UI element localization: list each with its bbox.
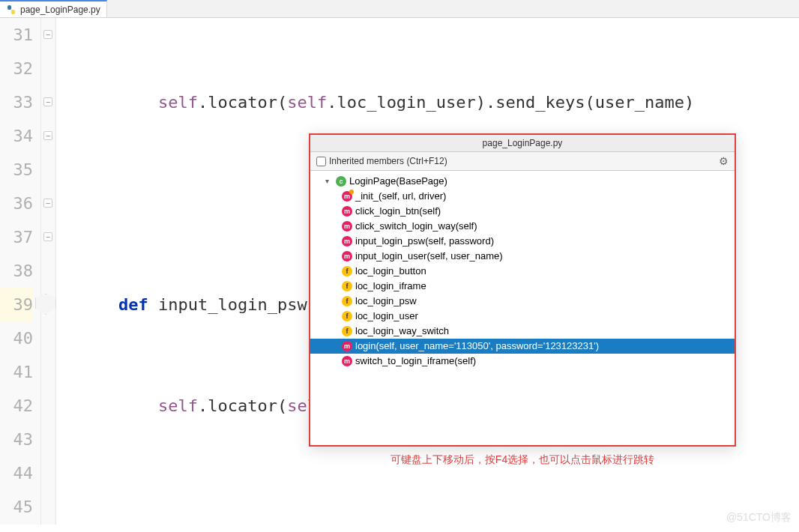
- tree-member-node[interactable]: floc_login_psw: [310, 294, 735, 309]
- field-icon: f: [342, 266, 352, 276]
- tree-node-label: loc_login_way_switch: [355, 324, 449, 339]
- line-number: 33: [0, 85, 33, 119]
- tree-member-node[interactable]: minput_login_psw(self, password): [310, 234, 735, 249]
- method-icon: m: [342, 191, 352, 202]
- line-number: 44: [0, 456, 33, 490]
- line-number: 37: [0, 220, 33, 254]
- fold-marker-icon[interactable]: [43, 97, 52, 106]
- tree-member-node[interactable]: mclick_switch_login_way(self): [310, 219, 735, 234]
- class-icon: c: [336, 176, 346, 187]
- popup-title: page_LoginPage.py: [310, 135, 735, 152]
- fold-marker-icon[interactable]: [43, 199, 52, 208]
- tree-node-label: loc_login_button: [355, 264, 426, 279]
- tree-node-label: _init_(self, url, driver): [355, 189, 446, 204]
- field-icon: f: [342, 326, 352, 336]
- fold-marker-icon[interactable]: [43, 30, 52, 39]
- line-number: 35: [0, 153, 33, 187]
- fold-marker-icon[interactable]: [43, 232, 52, 241]
- tree-node-label: switch_to_login_iframe(self): [355, 354, 476, 369]
- tab-filename: page_LoginPage.py: [20, 4, 100, 15]
- file-structure-popup[interactable]: page_LoginPage.py Inherited members (Ctr…: [309, 133, 736, 447]
- line-number: 31: [0, 18, 33, 52]
- line-number: 42: [0, 389, 33, 423]
- line-number: 45: [0, 490, 33, 524]
- line-number: 34: [0, 119, 33, 153]
- tab-bar: page_LoginPage.py: [0, 0, 799, 18]
- popup-toolbar: Inherited members (Ctrl+F12) ⚙: [310, 152, 735, 171]
- field-icon: f: [342, 281, 352, 291]
- method-icon: m: [342, 251, 352, 262]
- tree-node-label: input_login_user(self, user_name): [355, 249, 503, 264]
- tree-member-node[interactable]: floc_login_user: [310, 309, 735, 324]
- svg-rect-0: [7, 5, 11, 10]
- tree-node-label: loc_login_user: [355, 309, 418, 324]
- line-number-gutter: 31 32 33 34 35 36 37 38 39 40 41 42 43 4…: [0, 18, 41, 525]
- tree-member-node[interactable]: mclick_login_btn(self): [310, 204, 735, 219]
- line-number: 43: [0, 423, 33, 456]
- tree-node-label: login(self, user_name='113050', password…: [355, 339, 599, 354]
- structure-tree: ▾ c LoginPage(BasePage) m_init_(self, ur…: [310, 171, 735, 372]
- tree-node-label: click_login_btn(self): [355, 204, 441, 219]
- method-icon: m: [342, 206, 352, 217]
- gear-icon[interactable]: ⚙: [719, 155, 729, 167]
- line-number: 39: [0, 288, 33, 321]
- tree-member-node[interactable]: floc_login_way_switch: [310, 324, 735, 339]
- fold-gutter: [41, 18, 56, 525]
- tree-member-node[interactable]: minput_login_user(self, user_name): [310, 249, 735, 264]
- expand-arrow-icon[interactable]: ▾: [325, 174, 333, 189]
- tree-member-node[interactable]: floc_login_iframe: [310, 279, 735, 294]
- watermark: @51CTO博客: [726, 511, 792, 525]
- tree-node-label: input_login_psw(self, password): [355, 234, 494, 249]
- field-icon: f: [342, 311, 352, 321]
- tree-member-node[interactable]: mlogin(self, user_name='113050', passwor…: [310, 339, 735, 354]
- method-icon: m: [342, 356, 352, 366]
- method-icon: m: [342, 221, 352, 232]
- line-number: 32: [0, 52, 33, 85]
- tab-active[interactable]: page_LoginPage.py: [0, 0, 107, 17]
- line-number: 38: [0, 254, 33, 288]
- tree-member-node[interactable]: m_init_(self, url, driver): [310, 189, 735, 204]
- tree-member-node[interactable]: mswitch_to_login_iframe(self): [310, 354, 735, 369]
- svg-rect-1: [11, 10, 15, 14]
- inherited-members-checkbox-label[interactable]: Inherited members (Ctrl+F12): [316, 156, 447, 166]
- inherited-members-checkbox[interactable]: [316, 157, 326, 166]
- tree-class-node[interactable]: ▾ c LoginPage(BasePage): [310, 174, 735, 189]
- method-icon: m: [342, 341, 352, 351]
- method-icon: m: [342, 236, 352, 247]
- line-number: 40: [0, 321, 33, 355]
- line-number: 41: [0, 355, 33, 389]
- python-file-icon: [6, 4, 16, 15]
- code-line: self.locator(self.loc_login_user).send_k…: [79, 85, 799, 119]
- tree-node-label: click_switch_login_way(self): [355, 219, 477, 234]
- fold-marker-icon[interactable]: [43, 131, 52, 140]
- tree-member-node[interactable]: floc_login_button: [310, 264, 735, 279]
- annotation-hint: 可键盘上下移动后，按F4选择，也可以点击鼠标进行跳转: [309, 453, 736, 467]
- tree-node-label: loc_login_psw: [355, 294, 417, 309]
- line-number: 36: [0, 187, 33, 220]
- code-line: [79, 490, 799, 524]
- field-icon: f: [342, 296, 352, 306]
- tree-node-label: loc_login_iframe: [355, 279, 426, 294]
